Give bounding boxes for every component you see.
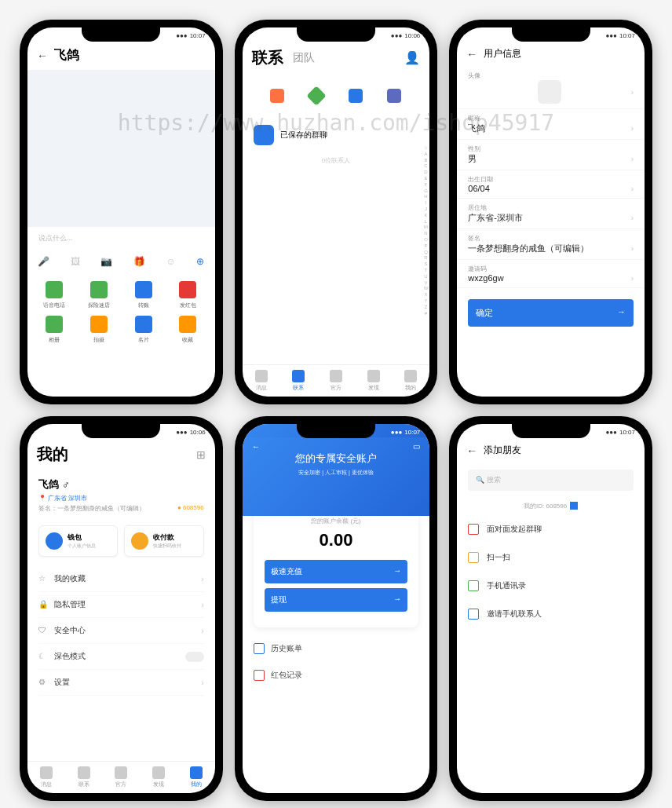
emoji-icon[interactable]: ☺ (166, 256, 176, 267)
gift-icon[interactable]: 🎁 (133, 256, 145, 267)
action-探险速店[interactable]: 探险速店 (80, 281, 119, 309)
contacts-title: 联系 (252, 47, 283, 68)
signature: 签名：一条梦想翻身的咸鱼（可编辑） (38, 504, 145, 513)
menu-深色模式[interactable]: ☾深色模式 (38, 644, 204, 670)
shield-icon: 🛡 (38, 626, 48, 635)
camera-icon[interactable]: 📷 (100, 256, 112, 267)
wallet-subtitle: 安全加密 | 人工审核 | 更优体验 (254, 469, 419, 477)
saved-groups-row[interactable]: 已保存的群聊 (243, 117, 430, 153)
action-名片[interactable]: 名片 (124, 316, 163, 344)
add-contact-icon[interactable]: 👤 (404, 50, 420, 65)
new-friend-icon[interactable] (270, 89, 284, 103)
toggle[interactable] (185, 652, 204, 662)
option-手机通讯录[interactable]: 手机通讯录 (457, 572, 645, 600)
tab-bar: 消息联系官方发现我的 (243, 364, 430, 397)
field-性别[interactable]: 性别男› (457, 140, 645, 170)
phone-2: ●●●10:06 联系团队👤 已保存的群聊 0位联系人 ☆ABCDEFGHIJK… (235, 20, 438, 404)
back-icon[interactable]: ← (466, 444, 477, 457)
field-头像[interactable]: 头像› (457, 67, 645, 109)
user-info-title: 用户信息 (484, 47, 521, 60)
phone-4: ●●●10:06 我的⊞ 飞鸽♂ 📍 广东省 深圳市 签名：一条梦想翻身的咸鱼（… (20, 416, 223, 801)
option-扫一扫[interactable]: 扫一扫 (457, 543, 645, 572)
plus-icon[interactable]: ⊕ (196, 256, 204, 267)
user-profile[interactable]: 飞鸽♂ 📍 广东省 深圳市 签名：一条梦想翻身的咸鱼（可编辑）● 608596 (27, 471, 215, 519)
tab-发现[interactable]: 发现 (367, 370, 380, 392)
team-tab[interactable]: 团队 (293, 51, 315, 65)
tab-我的[interactable]: 我的 (190, 766, 203, 788)
tab-消息[interactable]: 消息 (40, 766, 53, 788)
official-icon[interactable] (387, 89, 401, 103)
tab-联系[interactable]: 联系 (292, 370, 305, 392)
card-收付款[interactable]: 收付款快捷扫码收付 (124, 525, 203, 557)
phone-1: ●●●10:07 ←飞鸽 说点什么... 🎤🖼📷🎁☺⊕ 语音电话探险速店转账发红… (20, 20, 223, 404)
back-icon[interactable]: ← (252, 442, 260, 451)
action-grid: 语音电话探险速店转账发红包相册拍摄名片收藏 (27, 273, 215, 352)
phone-5: ●●●10:07 ← ▭ 您的专属安全账户 安全加密 | 人工审核 | 更优体验… (235, 416, 438, 801)
history-bill-row[interactable]: 历史账单 (243, 635, 430, 662)
tab-bar: 消息联系官方发现我的 (27, 761, 215, 793)
chat-title: 飞鸽 (54, 47, 79, 64)
tab-我的[interactable]: 我的 (404, 370, 417, 392)
message-input[interactable]: 说点什么... (27, 227, 215, 250)
action-语音电话[interactable]: 语音电话 (35, 281, 74, 309)
points[interactable]: ● 608596 (177, 504, 204, 513)
redpacket-icon (254, 670, 265, 681)
image-icon[interactable]: 🖼 (71, 256, 80, 267)
field-昵称[interactable]: 昵称飞鸽› (457, 109, 645, 140)
field-签名[interactable]: 签名一条梦想翻身的咸鱼（可编辑）› (457, 229, 645, 260)
action-拍摄[interactable]: 拍摄 (80, 316, 119, 344)
back-icon[interactable]: ← (466, 48, 477, 60)
qr-icon (570, 502, 578, 510)
action-转账[interactable]: 转账 (124, 281, 163, 309)
input-toolbar: 🎤🖼📷🎁☺⊕ (27, 250, 215, 273)
balance-amount: 0.00 (265, 530, 408, 550)
my-id[interactable]: 我的ID: 608596 (457, 497, 645, 515)
card-icon[interactable]: ▭ (413, 442, 420, 451)
group-avatar-icon (254, 125, 274, 145)
menu-设置[interactable]: ⚙设置› (38, 670, 204, 696)
gender-icon: ♂ (62, 479, 70, 491)
phone-3: ●●●10:07 ←用户信息 头像›昵称飞鸽›性别男›出生日期06/04›居住地… (449, 20, 652, 404)
option-邀请手机联系人[interactable]: 邀请手机联系人 (457, 600, 645, 628)
chat-area[interactable] (27, 70, 215, 227)
add-friend-title: 添加朋友 (484, 444, 521, 457)
redpacket-record-row[interactable]: 红包记录 (243, 662, 430, 689)
search-input[interactable]: 🔍 搜索 (468, 470, 634, 491)
card-钱包[interactable]: 钱包个人账户信息 (38, 525, 118, 557)
field-出生日期[interactable]: 出生日期06/04› (457, 170, 645, 199)
field-邀请码[interactable]: 邀请码wxzg6gw› (457, 260, 645, 288)
confirm-button[interactable]: 确定→ (468, 299, 634, 327)
tab-官方[interactable]: 官方 (330, 370, 342, 392)
location: 📍 广东省 深圳市 (38, 494, 204, 503)
bill-icon (254, 643, 265, 654)
lock-icon: 🔒 (38, 600, 48, 609)
withdraw-button[interactable]: 提现→ (265, 588, 408, 612)
phone-6: ●●●10:07 ←添加朋友 🔍 搜索 我的ID: 608596 面对面发起群聊… (449, 416, 652, 801)
action-发红包[interactable]: 发红包 (169, 281, 207, 309)
tab-发现[interactable]: 发现 (152, 766, 165, 788)
moon-icon: ☾ (38, 652, 48, 661)
mine-title: 我的 (37, 444, 68, 465)
field-居住地[interactable]: 居住地广东省-深圳市› (457, 199, 645, 229)
balance-label: 您的账户余额 (元) (265, 517, 408, 525)
tab-联系[interactable]: 联系 (78, 766, 90, 788)
group-icon[interactable] (349, 89, 363, 103)
back-icon[interactable]: ← (37, 49, 48, 62)
action-相册[interactable]: 相册 (35, 316, 74, 344)
tab-官方[interactable]: 官方 (115, 766, 127, 788)
qr-icon[interactable]: ⊞ (196, 448, 206, 461)
alpha-index[interactable]: ☆ABCDEFGHIJKLMNOPQRSTUVWXYZ# (424, 145, 429, 316)
menu-我的收藏[interactable]: ☆我的收藏› (38, 566, 204, 592)
action-收藏[interactable]: 收藏 (169, 316, 207, 344)
voice-icon[interactable]: 🎤 (38, 256, 49, 267)
menu-隐私管理[interactable]: 🔒隐私管理› (38, 592, 204, 618)
tab-消息[interactable]: 消息 (255, 370, 268, 392)
menu-安全中心[interactable]: 🛡安全中心› (38, 618, 204, 644)
star-icon: ☆ (38, 574, 48, 583)
contact-count: 0位联系人 (243, 153, 430, 168)
tag-icon[interactable] (306, 86, 326, 105)
wallet-title: 您的专属安全账户 (254, 452, 419, 466)
recharge-button[interactable]: 极速充值→ (265, 560, 408, 583)
gear-icon: ⚙ (38, 678, 48, 687)
option-面对面发起群聊[interactable]: 面对面发起群聊 (457, 515, 645, 543)
